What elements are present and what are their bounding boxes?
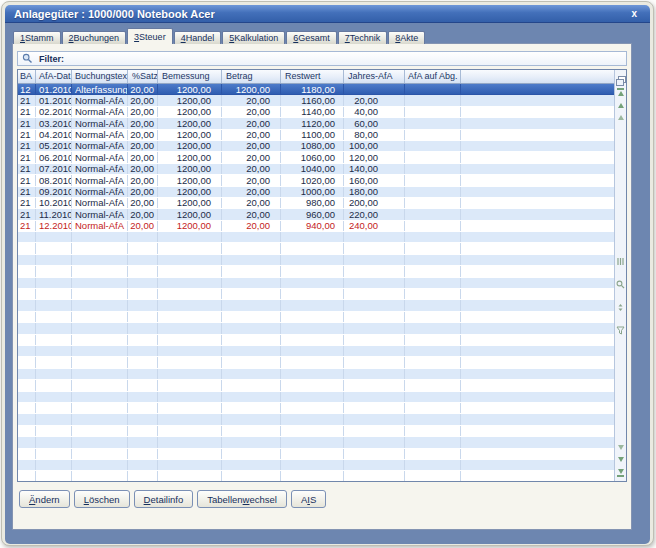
table-row-empty[interactable]	[18, 346, 614, 357]
table-row-empty[interactable]	[18, 403, 614, 414]
line-down-icon[interactable]	[618, 445, 624, 450]
cell-jahres_afa	[344, 369, 405, 379]
cell-ba	[18, 300, 36, 310]
page-down-icon[interactable]	[618, 457, 624, 462]
cell-ba	[18, 278, 36, 288]
tab-steuer[interactable]: 3 Steuer	[127, 28, 173, 44]
cell-restwert: 1060,00	[281, 152, 344, 162]
cell-satz: 20,00	[128, 175, 158, 185]
table-row-empty[interactable]	[18, 278, 614, 289]
col-header-betrag[interactable]: Betrag	[222, 70, 281, 83]
cell-ba	[18, 392, 36, 402]
table-row-empty[interactable]	[18, 449, 614, 460]
table-row-04.2010[interactable]: 2104.2010Normal-AfA20,001200,0020,001100…	[18, 130, 614, 141]
cell-filler	[461, 449, 614, 459]
col-header-buchungstext[interactable]: Buchungstext	[72, 70, 128, 83]
table-row-empty[interactable]	[18, 357, 614, 368]
table-scroll-strip	[614, 70, 626, 481]
table-row-empty[interactable]	[18, 471, 614, 482]
page-up-icon[interactable]	[618, 103, 624, 108]
tab-gesamt[interactable]: 6 Gesamt	[286, 31, 337, 44]
cell-bemessung: 1200,00	[158, 164, 222, 174]
cell-restwert: 1040,00	[281, 164, 344, 174]
table-row-empty[interactable]	[18, 289, 614, 300]
table-row-empty[interactable]	[18, 312, 614, 323]
table-row-empty[interactable]	[18, 392, 614, 403]
cell-jahres_afa	[344, 414, 405, 424]
table-row-03.2010[interactable]: 2103.2010Normal-AfA20,001200,0020,001120…	[18, 118, 614, 129]
cell-betrag: 20,00	[222, 175, 281, 185]
table-row-01.2010[interactable]: 1201.2010Alterfassung20,001200,001200,00…	[18, 84, 614, 95]
line-up-icon[interactable]	[618, 115, 624, 120]
table-row-12.2010[interactable]: 2112.2010Normal-AfA20,001200,0020,00940,…	[18, 221, 614, 232]
detailinfo-button[interactable]: Detailinfo	[134, 490, 194, 508]
scroll-bottom-icon[interactable]	[617, 469, 624, 477]
table-row-empty[interactable]	[18, 426, 614, 437]
table-row-empty[interactable]	[18, 243, 614, 254]
cell-satz: 20,00	[128, 198, 158, 208]
scroll-top-icon[interactable]	[617, 88, 624, 96]
table-row-empty[interactable]	[18, 232, 614, 243]
cell-afa_dat	[36, 300, 72, 310]
filter-bar[interactable]: Filter:	[17, 51, 627, 66]
table-row-empty[interactable]	[18, 323, 614, 334]
table-row-empty[interactable]	[18, 255, 614, 266]
col-header-restwert[interactable]: Restwert	[281, 70, 344, 83]
cell-ba	[18, 460, 36, 470]
col-header-ba[interactable]: BA	[18, 70, 36, 83]
sort-icon[interactable]	[616, 298, 625, 316]
cell-filler	[461, 175, 614, 185]
cell-satz	[128, 300, 158, 310]
cell-afa_dat	[36, 460, 72, 470]
tab-kalkulation[interactable]: 5 Kalkulation	[222, 31, 285, 44]
table-row-11.2010[interactable]: 2111.2010Normal-AfA20,001200,0020,00960,…	[18, 209, 614, 220]
cell-afa_dat: 07.2010	[36, 164, 72, 174]
cell-buchungstext	[72, 289, 128, 299]
table-row-empty[interactable]	[18, 460, 614, 471]
tab-buchungen[interactable]: 2 Buchungen	[62, 31, 127, 44]
col-header-satz[interactable]: %Satz	[128, 70, 158, 83]
cell-afa_auf_abg	[405, 209, 461, 219]
table-row-empty[interactable]	[18, 380, 614, 391]
aendern-button[interactable]: Ändern	[19, 490, 70, 508]
table-row-empty[interactable]	[18, 369, 614, 380]
cell-satz: 20,00	[128, 164, 158, 174]
table-row-06.2010[interactable]: 2106.2010Normal-AfA20,001200,0020,001060…	[18, 152, 614, 163]
col-header-afa_dat[interactable]: AfA-Dat	[36, 70, 72, 83]
table-row-empty[interactable]	[18, 266, 614, 277]
table-row-05.2010[interactable]: 2105.2010Normal-AfA20,001200,0020,001080…	[18, 141, 614, 152]
tab-stamm[interactable]: 1 Stamm	[13, 31, 61, 44]
table-row-10.2010[interactable]: 2110.2010Normal-AfA20,001200,0020,00980,…	[18, 198, 614, 209]
tab-technik[interactable]: 7 Technik	[338, 31, 388, 44]
table-row-empty[interactable]	[18, 335, 614, 346]
tab-handel[interactable]: 4 Handel	[174, 31, 222, 44]
loeschen-button[interactable]: Löschen	[74, 490, 130, 508]
cell-buchungstext	[72, 460, 128, 470]
cell-afa_dat	[36, 335, 72, 345]
table-row-02.2010[interactable]: 2102.2010Normal-AfA20,001200,0020,001140…	[18, 107, 614, 118]
table-row-08.2010[interactable]: 2108.2010Normal-AfA20,001200,0020,001020…	[18, 175, 614, 186]
cell-filler	[461, 243, 614, 253]
table-row-01.2010[interactable]: 2101.2010Normal-AfA20,001200,0020,001160…	[18, 95, 614, 106]
col-header-bemessung[interactable]: Bemessung	[158, 70, 222, 83]
cell-ba	[18, 346, 36, 356]
filter-funnel-icon[interactable]	[616, 321, 625, 339]
tab-akte[interactable]: 8 Akte	[388, 31, 425, 44]
titlebar[interactable]: Anlagegüter : 1000/000 Notebook Acer x	[5, 5, 650, 23]
tabellenwechsel-button[interactable]: Tabellenwechsel	[197, 490, 287, 508]
cell-satz	[128, 335, 158, 345]
table-row-07.2010[interactable]: 2107.2010Normal-AfA20,001200,0020,001040…	[18, 164, 614, 175]
table-row-09.2010[interactable]: 2109.2010Normal-AfA20,001200,0020,001000…	[18, 187, 614, 198]
columns-icon[interactable]	[616, 252, 625, 270]
table-row-empty[interactable]	[18, 437, 614, 448]
col-header-afa_auf_abg[interactable]: AfA auf Abg.	[405, 70, 461, 83]
window-frame: Anlagegüter : 1000/000 Notebook Acer x 1…	[1, 1, 654, 546]
cell-bemessung	[158, 255, 222, 265]
tab-bar: 1 Stamm2 Buchungen3 Steuer4 Handel5 Kalk…	[13, 28, 426, 44]
col-header-jahres_afa[interactable]: Jahres-AfA	[344, 70, 405, 83]
table-row-empty[interactable]	[18, 300, 614, 311]
close-icon[interactable]: x	[628, 5, 640, 22]
ais-button[interactable]: AIS	[291, 490, 326, 508]
table-row-empty[interactable]	[18, 414, 614, 425]
table-search-icon[interactable]	[616, 275, 625, 293]
